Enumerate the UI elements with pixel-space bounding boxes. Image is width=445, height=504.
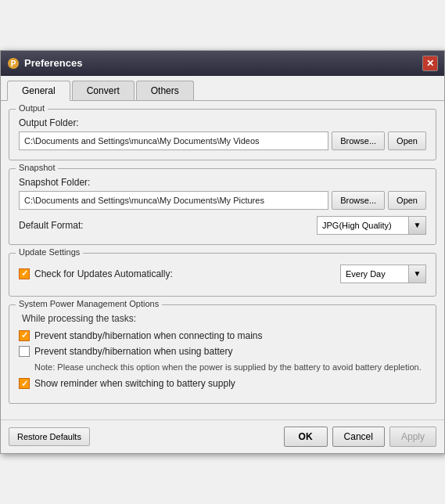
update-frequency-select[interactable]: Every Day ▼ [340, 265, 426, 283]
while-processing-label: While processing the tasks: [19, 313, 426, 324]
snapshot-folder-label: Snapshot Folder: [19, 177, 426, 188]
output-folder-input[interactable] [19, 131, 328, 150]
power-group-label: System Power Management Options [16, 299, 162, 308]
preferences-window: P Preferences ✕ General Convert Others O… [0, 50, 445, 454]
prevent-battery-item: Prevent standby/hibernation when using b… [19, 346, 426, 357]
update-group-label: Update Settings [16, 247, 83, 257]
prevent-mains-item: Prevent standby/hibernation when connect… [19, 330, 426, 341]
tab-others[interactable]: Others [136, 81, 194, 100]
ok-button[interactable]: OK [284, 427, 328, 447]
title-bar-left: P Preferences [7, 57, 82, 70]
tab-convert[interactable]: Convert [72, 81, 135, 100]
show-reminder-item: Show reminder when switching to battery … [19, 378, 426, 389]
svg-text:P: P [11, 59, 16, 68]
snapshot-folder-input[interactable] [19, 191, 328, 210]
format-dropdown-icon[interactable]: ▼ [408, 217, 425, 234]
apply-button[interactable]: Apply [389, 427, 436, 447]
cancel-button[interactable]: Cancel [332, 427, 385, 447]
tab-content: Output Output Folder: Browse... Open Sna… [1, 101, 444, 419]
output-open-button[interactable]: Open [388, 131, 426, 150]
show-reminder-label: Show reminder when switching to battery … [34, 378, 235, 389]
snapshot-group-label: Snapshot [16, 163, 58, 172]
bottom-bar: Restore Defaults OK Cancel Apply [1, 419, 444, 453]
window-title: Preferences [24, 57, 82, 69]
battery-note: Note: Please uncheck this option when th… [34, 362, 426, 373]
tab-bar: General Convert Others [1, 76, 444, 101]
snapshot-group: Snapshot Snapshot Folder: Browse... Open… [9, 168, 436, 245]
prevent-mains-checkbox[interactable] [19, 330, 30, 341]
restore-defaults-button[interactable]: Restore Defaults [9, 427, 90, 446]
format-row: Default Format: JPG(High Quality) ▼ [19, 216, 426, 235]
app-icon: P [7, 57, 20, 70]
check-updates-label: Check for Updates Automatically: [19, 268, 173, 279]
update-group: Update Settings Check for Updates Automa… [9, 253, 436, 297]
snapshot-browse-button[interactable]: Browse... [332, 191, 385, 210]
check-updates-text: Check for Updates Automatically: [34, 268, 173, 279]
tab-general[interactable]: General [7, 81, 70, 101]
output-folder-label: Output Folder: [19, 117, 426, 128]
power-group: System Power Management Options While pr… [9, 304, 436, 404]
output-group-label: Output [16, 103, 48, 113]
snapshot-path-row: Browse... Open [19, 191, 426, 210]
close-button[interactable]: ✕ [422, 56, 438, 71]
output-group: Output Output Folder: Browse... Open [9, 109, 436, 160]
snapshot-open-button[interactable]: Open [388, 191, 426, 210]
format-value: JPG(High Quality) [318, 221, 408, 230]
prevent-mains-label: Prevent standby/hibernation when connect… [34, 330, 263, 341]
prevent-battery-checkbox[interactable] [19, 346, 30, 357]
output-path-row: Browse... Open [19, 131, 426, 150]
default-format-label: Default Format: [19, 220, 84, 231]
show-reminder-checkbox[interactable] [19, 378, 30, 389]
update-frequency-dropdown-icon[interactable]: ▼ [408, 265, 425, 283]
bottom-right-buttons: OK Cancel Apply [284, 427, 436, 447]
update-frequency-value: Every Day [341, 269, 408, 279]
title-bar: P Preferences ✕ [1, 51, 444, 76]
output-browse-button[interactable]: Browse... [332, 131, 385, 150]
update-row: Check for Updates Automatically: Every D… [19, 261, 426, 286]
check-updates-checkbox[interactable] [19, 268, 30, 279]
prevent-battery-label: Prevent standby/hibernation when using b… [34, 346, 233, 357]
format-select[interactable]: JPG(High Quality) ▼ [317, 216, 426, 235]
